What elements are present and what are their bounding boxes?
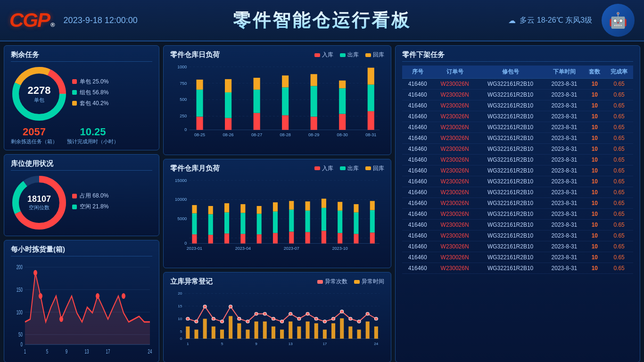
middle-column: 零件仓库日负荷 入库 出库 回库 [163, 45, 391, 362]
svg-rect-83 [224, 212, 229, 233]
svg-rect-77 [192, 213, 197, 234]
svg-text:08-27: 08-27 [251, 132, 262, 137]
svg-rect-57 [368, 111, 374, 130]
monthly-legend-color-return [365, 166, 371, 170]
svg-point-20 [59, 316, 63, 322]
hourly-picking-panel: 每小时拣货量(箱) 200 150 100 50 0 [4, 240, 159, 362]
svg-rect-86 [240, 213, 245, 234]
svg-text:9: 9 [66, 348, 68, 354]
svg-point-158 [263, 313, 266, 316]
svg-rect-135 [263, 321, 267, 338]
svg-rect-87 [240, 204, 245, 213]
svg-rect-98 [305, 210, 310, 232]
svg-rect-130 [220, 329, 224, 338]
svg-rect-146 [357, 329, 361, 338]
svg-rect-90 [257, 206, 262, 214]
svg-rect-141 [314, 323, 318, 339]
monthly-legend-outbound: 出库 [340, 165, 359, 173]
svg-text:2023-01: 2023-01 [187, 246, 202, 251]
legend-item-idle: 空闲 21.8% [72, 203, 108, 211]
svg-rect-50 [282, 75, 289, 87]
warehouse-legend: 占用 68.0% 空闲 21.8% [72, 192, 108, 214]
abnormal-log-title: 立库异常登记 [170, 277, 213, 286]
svg-rect-107 [354, 212, 358, 234]
svg-rect-133 [246, 329, 249, 338]
remaining-tasks-legend: 单包 25.0% 组包 56.8% 套包 40.2% [72, 78, 108, 110]
table-row: 416460W230026NWG322161R2B102023-8-31100.… [402, 209, 633, 220]
svg-rect-93 [273, 202, 278, 211]
svg-rect-78 [192, 205, 197, 213]
svg-text:08-25: 08-25 [194, 132, 205, 137]
svg-point-167 [340, 310, 344, 313]
svg-rect-58 [368, 85, 374, 111]
svg-text:0: 0 [184, 241, 187, 246]
svg-rect-45 [254, 113, 260, 130]
svg-text:08-26: 08-26 [223, 132, 233, 137]
task-table: 序号 订单号 修包号 下单时间 套数 完成率 416460W230026NWG3… [402, 66, 633, 274]
table-row: 416460W230026NWG322161R2B102023-8-31100.… [402, 241, 633, 252]
svg-point-171 [374, 317, 378, 321]
remaining-tasks-stats: 2057 剩余拣选任务（箱） 10.25 预计完成用时（小时） [11, 126, 152, 145]
svg-text:500: 500 [180, 98, 187, 102]
abnormal-legend-color-count [317, 280, 323, 284]
svg-text:08-30: 08-30 [337, 132, 348, 137]
svg-point-163 [306, 313, 309, 316]
svg-text:15000: 15000 [175, 178, 187, 182]
svg-point-154 [229, 305, 232, 308]
daily-load-title: 零件仓库日负荷 [170, 50, 220, 59]
svg-rect-136 [272, 327, 275, 339]
svg-rect-111 [370, 201, 375, 210]
remaining-boxes-stat: 2057 剩余拣选任务（箱） [11, 126, 58, 145]
table-row: 416460W230026NWG322161R2B102023-8-31100.… [402, 252, 633, 263]
task-table-body: 416460W230026NWG322161R2B102023-8-31100.… [402, 79, 633, 274]
svg-point-166 [332, 317, 335, 321]
svg-text:5: 5 [46, 348, 49, 354]
svg-text:200: 200 [17, 264, 23, 271]
svg-marker-17 [25, 273, 150, 345]
monthly-legend-inbound: 入库 [314, 165, 333, 173]
svg-text:0: 0 [184, 128, 187, 132]
svg-rect-139 [297, 327, 301, 339]
svg-text:2023-04: 2023-04 [235, 246, 251, 251]
daily-legend-outbound: 出库 [340, 51, 359, 59]
svg-rect-54 [339, 114, 346, 130]
daily-legend-inbound: 入库 [314, 51, 333, 59]
svg-rect-126 [186, 327, 190, 339]
table-row: 416460W230026NWG322161R2B102023-8-31100.… [402, 198, 633, 209]
hourly-picking-title: 每小时拣货量(箱) [11, 245, 152, 256]
svg-rect-144 [340, 319, 344, 339]
svg-point-21 [96, 293, 99, 299]
abnormal-legend-count: 异常次数 [317, 278, 347, 286]
table-row: 416460W230026NWG322161R2B102023-8-31100.… [402, 100, 633, 111]
estimated-time-stat: 10.25 预计完成用时（小时） [67, 126, 119, 145]
svg-rect-44 [225, 79, 231, 92]
svg-text:15: 15 [178, 304, 182, 309]
monthly-legend-color-inbound [314, 166, 320, 170]
svg-point-157 [255, 313, 258, 316]
svg-text:2023-07: 2023-07 [284, 246, 299, 251]
svg-rect-48 [282, 115, 289, 130]
svg-text:5: 5 [221, 342, 223, 346]
task-table-scroll[interactable]: 序号 订单号 修包号 下单时间 套数 完成率 416460W230026NWG3… [402, 66, 633, 358]
legend-item-set: 套包 40.2% [72, 99, 108, 107]
legend-dot-idle [72, 205, 77, 209]
daily-load-panel: 零件仓库日负荷 入库 出库 回库 [163, 45, 391, 155]
svg-text:17: 17 [106, 348, 110, 354]
svg-rect-147 [366, 321, 370, 338]
svg-point-160 [281, 320, 284, 323]
svg-rect-143 [331, 323, 335, 339]
table-row: 416460W230026NWG322161R2B102023-8-31100.… [402, 230, 633, 241]
svg-rect-104 [338, 210, 342, 233]
table-row: 416460W230026NWG322161R2B102023-8-31100.… [402, 122, 633, 133]
main-grid: 剩余任务 2278 单包 [0, 41, 644, 362]
task-table-panel: 零件下架任务 序号 订单号 修包号 下单时间 套数 完成率 416460W230… [395, 45, 640, 362]
legend-dot-group [72, 90, 77, 95]
svg-rect-91 [273, 233, 278, 243]
svg-rect-92 [273, 211, 278, 233]
svg-rect-109 [370, 232, 375, 243]
abnormal-legend-time: 异常时间 [354, 278, 384, 286]
col-header-time: 下单时间 [544, 66, 584, 79]
svg-rect-52 [311, 86, 317, 116]
warehouse-usage-panel: 库位使用状况 18107 空闲位数 [4, 154, 159, 236]
col-header-repair: 修包号 [477, 66, 544, 79]
